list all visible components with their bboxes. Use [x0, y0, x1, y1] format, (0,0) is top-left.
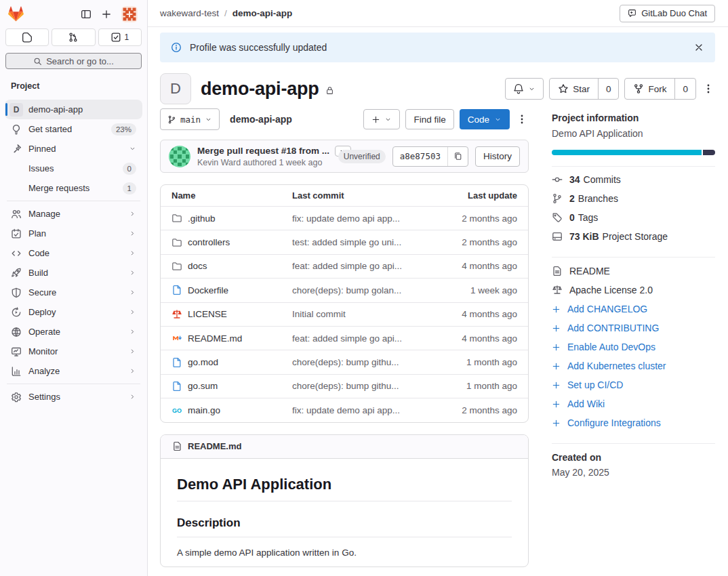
- info-file-label: Apache License 2.0: [569, 285, 653, 295]
- project-options-kebab[interactable]: [702, 82, 715, 96]
- file-name[interactable]: go.sum: [188, 381, 218, 391]
- create-new-button[interactable]: [101, 9, 112, 20]
- sidebar-item-build[interactable]: Build: [5, 263, 142, 283]
- file-last-commit[interactable]: Initial commit: [292, 309, 426, 319]
- sidebar-item-plan[interactable]: Plan: [5, 224, 142, 243]
- file-name[interactable]: main.go: [188, 405, 220, 415]
- file-name[interactable]: README.md: [188, 333, 242, 344]
- sidebar-item-label: Pinned: [28, 144, 129, 154]
- sidebar-item-settings[interactable]: Settings: [5, 387, 142, 407]
- search-input[interactable]: Search or go to...: [5, 53, 142, 69]
- breadcrumb-project[interactable]: demo-api-app: [232, 8, 293, 18]
- sidebar-item-label: Get started: [28, 124, 111, 134]
- plus-icon: [552, 419, 561, 428]
- sidebar-item-code[interactable]: Code: [5, 243, 142, 263]
- file-last-commit[interactable]: chore(deps): bump githu...: [292, 381, 426, 391]
- stat-tags[interactable]: 0Tags: [552, 208, 715, 227]
- link-configure-integrations[interactable]: Configure Integrations: [552, 413, 715, 432]
- commit-author-avatar[interactable]: [169, 146, 190, 167]
- main-area: wakeward-test / demo-api-app GitLab Duo …: [148, 0, 728, 576]
- file-last-commit[interactable]: fix: update demo api app...: [292, 405, 426, 415]
- stat-branches[interactable]: 2Branches: [552, 189, 715, 208]
- stat-commits[interactable]: 34Commits: [552, 170, 715, 189]
- branch-selector[interactable]: main: [160, 108, 220, 130]
- issues-shortcut-button[interactable]: [5, 28, 49, 46]
- gitlab-logo-icon[interactable]: [7, 6, 24, 22]
- file-name[interactable]: docs: [188, 261, 207, 271]
- sidebar-item-merge-requests[interactable]: Merge requests1: [5, 178, 142, 198]
- project-info-sidebar: Project information Demo API Application…: [541, 108, 715, 478]
- chevron-right-icon: [129, 289, 136, 296]
- repo-path[interactable]: demo-api-app: [230, 114, 292, 125]
- language-bar[interactable]: [552, 150, 715, 155]
- link-set-up-ci-cd[interactable]: Set up CI/CD: [552, 375, 715, 394]
- sidebar-item-label: Monitor: [28, 346, 129, 356]
- file-last-commit[interactable]: feat: added simple go api...: [292, 261, 426, 271]
- link-add-changelog[interactable]: Add CHANGELOG: [552, 300, 715, 318]
- sidebar-item-demo-api-app[interactable]: Ddemo-api-app: [5, 100, 142, 119]
- star-button[interactable]: Star: [550, 79, 598, 99]
- fork-count[interactable]: 0: [674, 79, 695, 99]
- divider: [552, 257, 715, 258]
- banner-close-button[interactable]: [693, 42, 704, 53]
- link-enable-auto-devops[interactable]: Enable Auto DevOps: [552, 337, 715, 356]
- info-file-apache-license-2-0[interactable]: Apache License 2.0: [552, 281, 715, 300]
- notifications-button[interactable]: [505, 78, 544, 100]
- link-add-wiki[interactable]: Add Wiki: [552, 394, 715, 413]
- sidebar-item-deploy[interactable]: Deploy: [5, 302, 142, 322]
- readme-header[interactable]: README.md: [161, 435, 528, 459]
- stat-project-storage[interactable]: 73 KiBProject Storage: [552, 227, 715, 246]
- sidebar-item-manage[interactable]: Manage: [5, 204, 142, 224]
- fork-button[interactable]: Fork: [625, 79, 674, 99]
- file-last-commit[interactable]: chore(deps): bump githu...: [292, 357, 426, 367]
- repo-options-kebab[interactable]: [515, 112, 529, 126]
- file-name[interactable]: LICENSE: [188, 309, 227, 319]
- sidebar-item-issues[interactable]: Issues0: [5, 159, 142, 178]
- file-last-commit[interactable]: test: added simple go uni...: [292, 237, 426, 247]
- file-name[interactable]: Dockerfile: [188, 285, 228, 295]
- file-last-commit[interactable]: feat: added simple go api...: [292, 333, 426, 344]
- code-dropdown-button[interactable]: Code: [460, 109, 510, 129]
- file-name[interactable]: controllers: [188, 237, 230, 247]
- sidebar-collapse-button[interactable]: [81, 9, 92, 20]
- info-file-readme[interactable]: README: [552, 262, 715, 281]
- file-name[interactable]: .github: [188, 213, 216, 224]
- file-last-commit[interactable]: chore(deps): bump golan...: [292, 285, 426, 295]
- sidebar-item-pinned[interactable]: Pinned: [5, 139, 142, 159]
- sidebar-item-get-started[interactable]: Get started23%: [5, 119, 142, 139]
- sidebar-header: [0, 0, 147, 26]
- file-row-go-mod: go.modchore(deps): bump githu...1 month …: [161, 350, 528, 373]
- link-label: Add Wiki: [567, 398, 605, 409]
- sidebar-item-analyze[interactable]: Analyze: [5, 361, 142, 381]
- link-add-contributing[interactable]: Add CONTRIBUTING: [552, 318, 715, 337]
- merge-requests-shortcut-button[interactable]: [52, 28, 95, 46]
- sidebar-item-operate[interactable]: Operate: [5, 322, 142, 342]
- copy-sha-button[interactable]: [447, 147, 468, 166]
- doc-text-icon: [172, 441, 182, 451]
- find-file-button[interactable]: Find file: [405, 109, 453, 129]
- duo-chat-button[interactable]: GitLab Duo Chat: [620, 5, 715, 22]
- project-actions: Star 0 Fork 0: [505, 78, 715, 100]
- commit-signature-badge[interactable]: Unverified: [338, 150, 386, 163]
- sidebar-item-label: Deploy: [28, 307, 129, 317]
- sidebar-item-secure[interactable]: Secure: [5, 283, 142, 302]
- todos-shortcut-button[interactable]: 1: [98, 28, 142, 46]
- link-add-kubernetes-cluster[interactable]: Add Kubernetes cluster: [552, 356, 715, 375]
- sidebar-item-monitor[interactable]: Monitor: [5, 342, 142, 361]
- commit-icon: [552, 174, 563, 185]
- sidebar-item-badge: 0: [123, 163, 136, 175]
- file-icon: [171, 381, 182, 392]
- file-last-commit[interactable]: fix: update demo api app...: [292, 213, 426, 224]
- history-button[interactable]: History: [475, 146, 520, 167]
- file-name[interactable]: go.mod: [188, 357, 218, 367]
- commit-title[interactable]: Merge pull request #18 from ...: [197, 146, 329, 156]
- add-file-dropdown[interactable]: [363, 109, 400, 129]
- file-row-go-sum: go.sumchore(deps): bump githu...1 month …: [161, 374, 528, 398]
- user-avatar[interactable]: [121, 6, 138, 22]
- last-commit-bar: Merge pull request #18 from ... Kevin Wa…: [160, 140, 529, 173]
- star-count[interactable]: 0: [598, 79, 619, 99]
- sidebar-item-label: Secure: [28, 287, 129, 297]
- project-links-list: Add CHANGELOGAdd CONTRIBUTINGEnable Auto…: [552, 300, 715, 432]
- star-button-group: Star 0: [549, 78, 619, 100]
- breadcrumb-group[interactable]: wakeward-test: [160, 8, 219, 18]
